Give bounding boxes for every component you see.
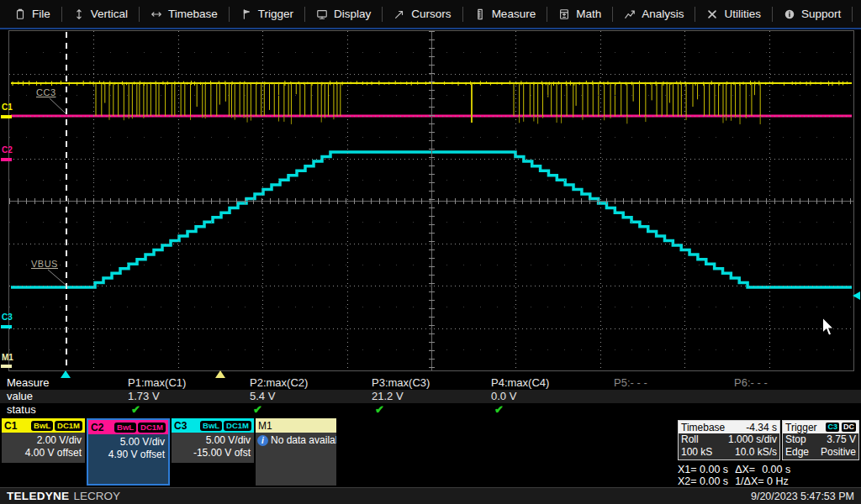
timebase-delay: -4.34 s bbox=[746, 422, 777, 433]
measure-p1-status-check: ✔ bbox=[131, 403, 140, 417]
menu-file[interactable]: File bbox=[3, 0, 61, 28]
status-bar: TELEDYNE LECROY 9/20/2023 5:47:53 PM bbox=[0, 487, 861, 504]
m1-message: No data available bbox=[271, 434, 336, 447]
menu-vertical-label: Vertical bbox=[91, 8, 128, 20]
x1-value: X1= 0.00 s bbox=[678, 464, 728, 475]
delay-marker[interactable] bbox=[215, 370, 225, 378]
trigger-level: 3.75 V bbox=[827, 433, 856, 446]
x2-value: X2= 0.00 s bbox=[678, 475, 728, 487]
measure-p4-header[interactable]: P4:max(C4) bbox=[491, 376, 549, 390]
measure-p1-value: 1.73 V bbox=[128, 390, 160, 403]
measure-value-row: value 1.73 V5.4 V21.2 V0.0 V bbox=[0, 390, 861, 403]
measure-p2-header[interactable]: P2:max(C2) bbox=[250, 376, 308, 390]
timebase-mode: Roll bbox=[681, 433, 699, 446]
channel-marker-c2[interactable]: C2 bbox=[2, 146, 13, 155]
memory-m1-label: M1 bbox=[258, 420, 272, 432]
measure-p5-header[interactable]: P5:- - - bbox=[614, 376, 647, 390]
menu-separator bbox=[852, 7, 853, 22]
channel-c1-settings: 2.00 V/div 4.00 V offset bbox=[2, 433, 85, 459]
menu-utilities[interactable]: Utilities bbox=[695, 0, 772, 28]
measure-p3-header[interactable]: P3:max(C3) bbox=[372, 376, 430, 390]
measure-status-row: status ✔✔✔✔ bbox=[0, 403, 861, 417]
menu-cursors[interactable]: Cursors bbox=[383, 0, 462, 28]
timebase-row-1: Roll 1.000 s/div bbox=[679, 433, 779, 446]
bwl-badge: BwL bbox=[114, 423, 136, 433]
horizontal-arrows-icon bbox=[151, 8, 162, 20]
trace-label-cc3[interactable]: CC3 bbox=[36, 87, 56, 97]
trigger-time-marker[interactable] bbox=[61, 370, 71, 378]
timebase-samples: 100 kS bbox=[681, 446, 712, 459]
channel-c2-label: C2 bbox=[91, 422, 103, 433]
waveform-grid[interactable]: CC3 VBUS bbox=[8, 30, 854, 371]
measure-p4-value: 0.0 V bbox=[491, 390, 516, 403]
crossed-tools-icon bbox=[706, 8, 718, 20]
trigger-row-1: Stop 3.75 V bbox=[783, 433, 858, 446]
cursor-readout-line1: X1= 0.00 sΔX=0.00 s bbox=[678, 464, 790, 475]
menu-vertical[interactable]: Vertical bbox=[62, 0, 139, 28]
channel-descriptor-c1[interactable]: C1 BwLDC1M 2.00 V/div 4.00 V offset bbox=[2, 418, 85, 463]
center-horizontal-ticks bbox=[9, 198, 853, 204]
flag-icon bbox=[240, 8, 252, 20]
mouse-cursor bbox=[821, 318, 835, 337]
menu-timebase-label: Timebase bbox=[168, 8, 218, 20]
brand-lecroy: LECROY bbox=[73, 490, 120, 502]
cursor-readout: X1= 0.00 sΔX=0.00 s X2= 0.00 s1/ΔX= 0 Hz bbox=[678, 464, 790, 487]
channel-zero-tick-m1[interactable] bbox=[1, 365, 12, 368]
channel-marker-m1[interactable]: M1 bbox=[2, 354, 13, 362]
measure-p3-value: 21.2 V bbox=[372, 390, 404, 403]
channel-zero-tick-c1[interactable] bbox=[1, 115, 12, 118]
inv-dx-value: 1/ΔX= 0 Hz bbox=[735, 475, 789, 487]
measure-row-label: Measure bbox=[7, 376, 50, 390]
coupling-badge: DC1M bbox=[138, 423, 166, 433]
channel-descriptor-c2[interactable]: C2 BwLDC1M 5.00 V/div 4.90 V offset bbox=[87, 418, 170, 486]
menu-file-label: File bbox=[32, 8, 50, 20]
menu-trigger-label: Trigger bbox=[258, 8, 293, 20]
channel-c3-header: C3 BwLDC1M bbox=[172, 418, 254, 433]
monitor-icon bbox=[316, 8, 328, 20]
dx-label: ΔX= bbox=[735, 464, 755, 475]
menu-accent-line bbox=[0, 28, 861, 29]
menu-support-label: Support bbox=[801, 8, 841, 20]
info-circle-icon bbox=[784, 8, 795, 20]
channel-c3-settings: 5.00 V/div -15.00 V ofst bbox=[172, 433, 254, 459]
menu-analysis-label: Analysis bbox=[642, 8, 684, 20]
channel-zero-tick-c3[interactable] bbox=[1, 325, 12, 328]
datetime: 9/20/2023 5:47:53 PM bbox=[751, 491, 854, 502]
calculator-icon bbox=[558, 8, 570, 20]
channel-c1-header: C1 BwLDC1M bbox=[2, 418, 85, 433]
menu-trigger[interactable]: Trigger bbox=[230, 0, 304, 28]
trigger-coupling-badge: DC bbox=[842, 423, 856, 432]
menu-measure[interactable]: Measure bbox=[463, 0, 547, 28]
measure-table: Measure P1:max(C1)P2:max(C2)P3:max(C3)P4… bbox=[0, 375, 861, 418]
channel-descriptor-c3[interactable]: C3 BwLDC1M 5.00 V/div -15.00 V ofst bbox=[172, 418, 254, 463]
trigger-level-marker[interactable] bbox=[853, 291, 860, 300]
c3-offset: -15.00 V ofst bbox=[173, 447, 251, 459]
measure-p1-header[interactable]: P1:max(C1) bbox=[128, 376, 186, 390]
channel-zero-tick-c2[interactable] bbox=[1, 158, 12, 161]
trigger-box[interactable]: Trigger C3 DC Stop 3.75 V Edge Positive bbox=[782, 420, 859, 460]
c1-offset: 4.00 V offset bbox=[3, 447, 82, 459]
measure-p4-status-check: ✔ bbox=[494, 403, 504, 417]
channel-marker-c1[interactable]: C1 bbox=[2, 103, 13, 112]
menu-analysis[interactable]: Analysis bbox=[613, 0, 695, 28]
measure-p3-status-check: ✔ bbox=[375, 403, 384, 417]
menu-display[interactable]: Display bbox=[305, 0, 382, 28]
timebase-rate: 10.0 kS/s bbox=[735, 446, 777, 459]
c3-vdiv: 5.00 V/div bbox=[173, 434, 251, 447]
file-icon bbox=[14, 8, 26, 20]
value-row-label: value bbox=[7, 390, 33, 403]
trigger-title: Trigger bbox=[785, 422, 817, 433]
channel-marker-c3[interactable]: C3 bbox=[2, 313, 13, 322]
trigger-row-2: Edge Positive bbox=[783, 446, 858, 459]
measure-header-row: Measure P1:max(C1)P2:max(C2)P3:max(C3)P4… bbox=[0, 376, 861, 390]
timebase-box[interactable]: Timebase -4.34 s Roll 1.000 s/div 100 kS… bbox=[678, 420, 780, 460]
menu-math[interactable]: Math bbox=[547, 0, 612, 28]
timebase-title: Timebase bbox=[681, 422, 725, 433]
menu-bar: File Vertical Timebase Trigger Display C… bbox=[0, 0, 861, 28]
measure-p2-value: 5.4 V bbox=[250, 390, 275, 403]
measure-p6-header[interactable]: P6:- - - bbox=[734, 376, 768, 390]
menu-timebase[interactable]: Timebase bbox=[140, 0, 229, 28]
trigger-source-badge: C3 bbox=[826, 423, 839, 432]
menu-support[interactable]: Support bbox=[773, 0, 852, 28]
memory-descriptor-m1[interactable]: M1 i No data available bbox=[256, 418, 336, 486]
